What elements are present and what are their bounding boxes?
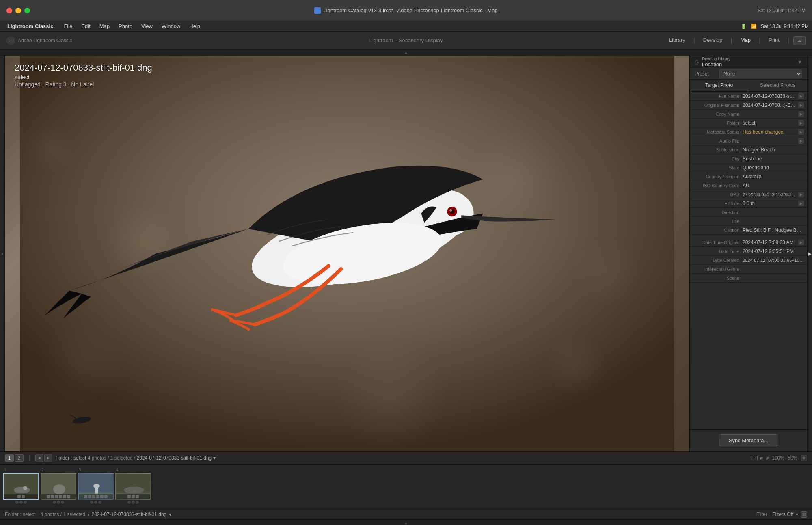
tab-print[interactable]: Print [761,35,787,47]
image-area: 2024-07-12-070833-stilt-bif-01.dng selec… [5,56,689,451]
folder-edit-btn[interactable]: ▶ [798,120,804,126]
panel-collapse-icon[interactable]: ▼ [797,59,802,65]
bottom-folder-label: Folder : select [5,512,35,517]
adobe-logo: Adobe Lightroom Classic [18,38,72,43]
wifi-icon: 📶 [751,24,757,29]
meta-spacer [690,235,807,238]
meta-row-gps: GPS 27°20'36.054" S 153°6'3.702" E ▶ [690,190,807,199]
state-label: State [690,165,743,170]
filmstrip-prev-button[interactable]: ◂ [35,454,43,462]
filename-label: File Name [690,94,743,99]
menubar-app-name[interactable]: Lightroom Classic [3,22,57,30]
page-btn-1[interactable]: 1 [5,454,14,462]
altitude-edit-btn[interactable]: ▶ [798,201,804,206]
zoom-alt-percent[interactable]: 50% [788,455,797,461]
menubar-file[interactable]: File [60,22,76,30]
svg-point-17 [23,486,27,490]
target-tabs: Target Photo Selected Photos [690,80,807,92]
titlebar: Lightroom Catalog-v13-3.lrcat - Adobe Ph… [0,0,812,21]
tab-selected-photos[interactable]: Selected Photos [749,80,808,91]
battery-icon: 🔋 [741,24,747,29]
tab-target-photo[interactable]: Target Photo [690,80,749,91]
menubar-help[interactable]: Help [185,22,204,30]
meta-row-original-filename: Original Filename 2024-07-12-0708...)-En… [690,101,807,110]
tab-library[interactable]: Library [662,35,693,47]
maximize-button[interactable] [24,8,30,13]
state-value: Queensland [743,165,804,171]
panel-header-icon: ◎ [695,59,699,65]
thumb-img-1[interactable] [3,473,39,500]
menubar-photo[interactable]: Photo [114,22,136,30]
collapse-arrow-icon[interactable]: ▲ [404,50,408,55]
city-label: City [690,156,743,161]
meta-row-date-created: Date Created 2024-07-12T07:08:33.65+10:0… [690,256,807,265]
close-button[interactable] [6,8,12,13]
bottom-filmstrip-bar: Folder : select 4 photos / 1 selected / … [0,509,812,519]
copy-name-edit-btn[interactable]: ▶ [798,111,804,117]
audio-file-edit-btn[interactable]: ▶ [798,138,804,144]
window-title: Lightroom Catalog-v13-3.lrcat - Adobe Ph… [314,7,497,14]
filename-edit-btn[interactable]: ▶ [798,93,804,99]
menubar-map[interactable]: Map [95,22,114,30]
thumb-img-2[interactable] [41,473,76,500]
thumb-1-caption [15,501,27,506]
preset-label: Preset [695,71,719,77]
right-panel-toggle[interactable]: ▸ [807,56,812,451]
bottom-arrow-bar[interactable]: ▼ [0,519,812,525]
secondary-display-bar: ▲ [0,50,812,56]
meta-row-copy-name: Copy Name ▶ [690,110,807,119]
svg-point-4 [39,322,125,408]
original-filename-edit-btn[interactable]: ▶ [798,102,804,108]
folder-label: Folder [690,121,743,125]
main-image[interactable] [5,56,689,451]
tab-map[interactable]: Map [733,35,758,47]
menubar-window[interactable]: Window [158,22,184,30]
preset-select[interactable]: None [719,69,802,78]
menubar-edit[interactable]: Edit [77,22,94,30]
meta-row-intellectual-genre: Intellectual Genre [690,265,807,274]
window-controls[interactable] [6,8,30,13]
zoom-lock-btn[interactable]: ⊕ [801,455,807,461]
divider [29,455,30,461]
meta-row-caption: Caption Pied Stilt BIF : Nudgee Beach [690,226,807,235]
zoom-percent[interactable]: 100% [772,455,784,461]
datetime-original-value: 2024-07-12 7:08:33 AM [743,240,797,245]
datetime-original-edit-btn[interactable]: ▶ [798,240,804,245]
menubar-view[interactable]: View [137,22,157,30]
filename-value: 2024-07-12-070833-stilt-bif-01.dng [743,93,797,99]
meta-row-datetime: Date Time 2024-07-12 9:35:51 PM [690,247,807,256]
metadata-status-edit-btn[interactable]: ▶ [798,129,804,135]
thumb-img-4[interactable] [115,473,151,500]
image-overlay-info: 2024-07-12-070833-stilt-bif-01.dng selec… [15,63,152,88]
filter-value[interactable]: Filters Off [772,512,793,517]
minimize-button[interactable] [15,8,21,13]
menubar: Lightroom Classic File Edit Map Photo Vi… [0,21,812,32]
image-folder: select [15,74,152,80]
svg-point-19 [53,484,65,494]
filmstrip-next-button[interactable]: ▸ [44,454,52,462]
meta-row-audio-file: Audio File ▶ [690,136,807,145]
left-panel-toggle[interactable]: ◂ [0,56,5,451]
bottom-file-path[interactable]: 2024-07-12-070833-stilt-bif-01.dng [91,512,166,517]
image-filename: 2024-07-12-070833-stilt-bif-01.dng [15,63,152,73]
thumb-4-icons [116,494,150,499]
filter-icon[interactable]: ⊞ [801,511,807,518]
identity-plate-btn[interactable]: ☁ [793,36,806,45]
preset-row: Preset None [690,68,807,80]
meta-row-iso-country: ISO Country Code AU [690,181,807,190]
iso-country-value: AU [743,183,804,188]
meta-row-scene: Scene [690,274,807,283]
meta-row-altitude: Altitude 3.0 m ▶ [690,199,807,208]
metadata-status-value: Has been changed [743,129,797,135]
toolbar: LR Adobe Lightroom Classic Lightroom – S… [0,32,812,50]
thumb-img-3[interactable] [78,473,114,500]
thumb-2-icons [41,494,76,499]
page-btn-2[interactable]: 2 [15,454,24,462]
filter-label: Filter : [756,512,770,517]
tab-develop[interactable]: Develop [696,35,730,47]
thumb-3-caption [90,501,102,506]
meta-row-filename: File Name 2024-07-12-070833-stilt-bif-01… [690,92,807,101]
gps-edit-btn[interactable]: ▶ [798,192,804,197]
meta-row-state: State Queensland [690,163,807,172]
sync-metadata-button[interactable]: Sync Metadata... [719,434,779,446]
